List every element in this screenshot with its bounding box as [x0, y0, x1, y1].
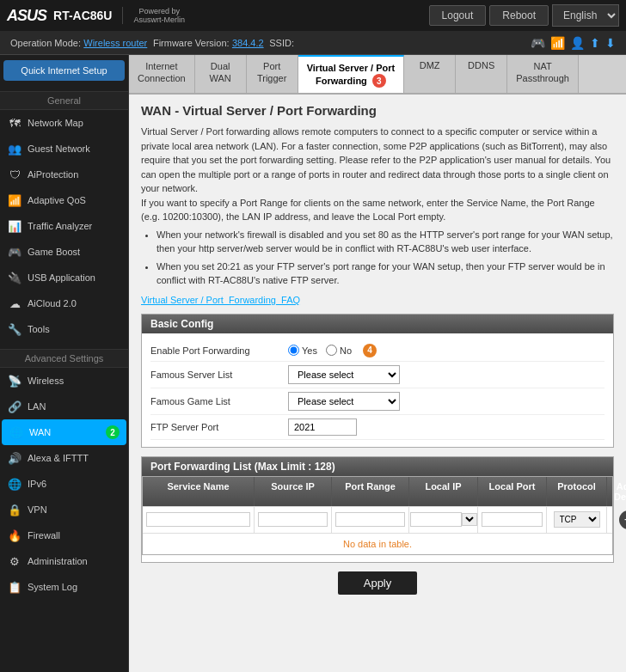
sidebar-item-alexa[interactable]: 🔊 Alexa & IFTTT [0, 445, 128, 471]
badge-4: 4 [363, 344, 377, 357]
tab-internet-connection[interactable]: Internet Connection [129, 55, 195, 93]
enable-no-radio[interactable] [326, 345, 337, 356]
sidebar-item-traffic-analyzer[interactable]: 📊 Traffic Analyzer [0, 213, 128, 239]
sidebar-item-lan[interactable]: 🔗 LAN [0, 394, 128, 419]
sidebar-label-guest-network: Guest Network [28, 144, 90, 154]
add-row-button[interactable]: + [619, 510, 627, 529]
basic-config-section: Basic Config Enable Port Forwarding Yes … [141, 314, 614, 448]
famous-game-select[interactable]: Please select [288, 392, 400, 411]
famous-game-label: Famous Game List [150, 396, 288, 406]
sidebar-label-ipv6: IPv6 [28, 479, 46, 489]
input-source-ip[interactable] [258, 512, 328, 527]
sidebar-item-vpn[interactable]: 🔒 VPN [0, 497, 128, 522]
alexa-icon: 🔊 [7, 450, 22, 466]
vpn-icon: 🔒 [7, 502, 22, 517]
enable-yes-label[interactable]: Yes [288, 345, 317, 356]
sidebar-item-game-boost[interactable]: 🎮 Game Boost [0, 239, 128, 265]
enable-no-label[interactable]: No [326, 345, 352, 356]
local-ip-dropdown[interactable]: ▼ [462, 513, 477, 526]
sidebar-item-syslog[interactable]: 📋 System Log [0, 574, 128, 600]
famous-server-row: Famous Server List Please select [150, 362, 605, 388]
col-local-port: Local Port [478, 477, 547, 506]
firewall-icon: 🔥 [7, 528, 22, 543]
ftp-port-input[interactable]: 2021 [288, 418, 357, 436]
language-select[interactable]: English [552, 4, 619, 27]
sidebar-label-alexa: Alexa & IFTTT [28, 453, 89, 463]
status-bar: Operation Mode: Wireless router Firmware… [0, 31, 626, 55]
input-local-ip[interactable] [410, 512, 462, 527]
download-icon: ⬇ [605, 36, 616, 50]
input-service-name[interactable] [146, 512, 250, 527]
sidebar-label-network-map: Network Map [28, 118, 83, 128]
usb-app-icon: 🔌 [7, 270, 22, 285]
cell-local-port [478, 507, 547, 533]
quick-setup-button[interactable]: Quick Internet Setup [3, 60, 125, 81]
op-mode-value[interactable]: Wireless router [83, 38, 147, 48]
port-fwd-list-header: Port Forwarding List (Max Limit : 128) [142, 457, 613, 476]
advanced-section: Advanced Settings 📡 Wireless 🔗 LAN 🌐 WAN… [0, 344, 128, 602]
col-source-ip: Source IP [255, 477, 332, 506]
protocol-select[interactable]: TCP UDP BOTH [554, 511, 600, 528]
sidebar-item-wireless[interactable]: 📡 Wireless [0, 368, 128, 394]
sidebar-item-ipv6[interactable]: 🌐 IPv6 [0, 471, 128, 497]
sidebar-item-guest-network[interactable]: 👥 Guest Network [0, 136, 128, 162]
famous-server-control: Please select [288, 365, 605, 384]
user-icon: 👤 [570, 36, 585, 50]
sidebar: Quick Internet Setup General 🗺 Network M… [0, 55, 129, 672]
sidebar-item-usb-app[interactable]: 🔌 USB Application [0, 265, 128, 290]
apply-button[interactable]: Apply [338, 571, 418, 595]
sidebar-item-aiprotection[interactable]: 🛡 AiProtection [0, 162, 128, 187]
network-map-icon: 🗺 [7, 115, 22, 131]
tab-virtual-server[interactable]: Virtual Server / Port Forwarding 3 [298, 55, 405, 93]
enable-yes-radio[interactable] [288, 345, 299, 356]
tab-port-trigger[interactable]: Port Trigger [247, 55, 298, 93]
ftp-port-control: 2021 [288, 418, 605, 436]
input-port-range[interactable] [335, 512, 405, 527]
famous-game-row: Famous Game List Please select [150, 388, 605, 415]
page-content: WAN - Virtual Server / Port Forwarding V… [129, 95, 626, 610]
sidebar-label-aiprotection: AiProtection [28, 169, 78, 180]
cell-add-delete: + [607, 507, 626, 533]
wan-icon: 🌐 [9, 425, 24, 440]
sidebar-item-firewall[interactable]: 🔥 Firewall [0, 522, 128, 548]
syslog-icon: 📋 [7, 579, 22, 595]
logout-button[interactable]: Logout [429, 5, 487, 26]
tab-bar: Internet Connection Dual WAN Port Trigge… [129, 55, 626, 95]
enable-port-fwd-row: Enable Port Forwarding Yes No 4 [150, 340, 605, 362]
top-nav: Logout Reboot English [429, 4, 619, 27]
faq-link[interactable]: Virtual Server / Port_Forwarding_FAQ [141, 295, 614, 305]
sidebar-item-adaptive-qos[interactable]: 📶 Adaptive QoS [0, 187, 128, 213]
famous-server-label: Famous Server List [150, 370, 288, 380]
reboot-button[interactable]: Reboot [489, 5, 549, 26]
cell-local-ip: ▼ [409, 507, 478, 533]
wan-badge: 2 [106, 425, 120, 439]
aiprotection-icon: 🛡 [7, 167, 22, 182]
tab-dmz[interactable]: DMZ [404, 55, 456, 93]
sidebar-label-adaptive-qos: Adaptive QoS [28, 195, 86, 205]
status-icons: 🎮 📶 👤 ⬆ ⬇ [531, 36, 616, 50]
sidebar-item-aicloud[interactable]: ☁ AiCloud 2.0 [0, 290, 128, 316]
enable-port-fwd-label: Enable Port Forwarding [150, 345, 288, 356]
sidebar-item-tools[interactable]: 🔧 Tools [0, 316, 128, 342]
ftp-port-label: FTP Server Port [150, 422, 288, 432]
sidebar-label-traffic-analyzer: Traffic Analyzer [28, 221, 92, 231]
sidebar-label-wireless: Wireless [28, 376, 64, 386]
op-mode-label: Operation Mode: [10, 38, 81, 48]
tab-dual-wan[interactable]: Dual WAN [195, 55, 247, 93]
tab-ddns[interactable]: DDNS [456, 55, 507, 93]
tab-nat-passthrough[interactable]: NAT Passthrough [507, 55, 579, 93]
general-title: General [0, 91, 128, 110]
main-content: Internet Connection Dual WAN Port Trigge… [129, 55, 626, 672]
sidebar-item-wan[interactable]: 🌐 WAN 2 [2, 419, 126, 445]
input-local-port[interactable] [482, 512, 543, 527]
wifi-icon: 📶 [550, 36, 565, 50]
firmware-value[interactable]: 384.4.2 [232, 38, 264, 48]
famous-server-select[interactable]: Please select [288, 365, 400, 384]
router-model: RT-AC86U [53, 9, 112, 22]
sidebar-item-administration[interactable]: ⚙ Administration [0, 548, 128, 574]
cell-port-range [332, 507, 409, 533]
sidebar-label-vpn: VPN [28, 504, 47, 515]
advanced-title: Advanced Settings [0, 349, 128, 368]
col-port-range: Port Range [332, 477, 409, 506]
sidebar-item-network-map[interactable]: 🗺 Network Map [0, 110, 128, 136]
